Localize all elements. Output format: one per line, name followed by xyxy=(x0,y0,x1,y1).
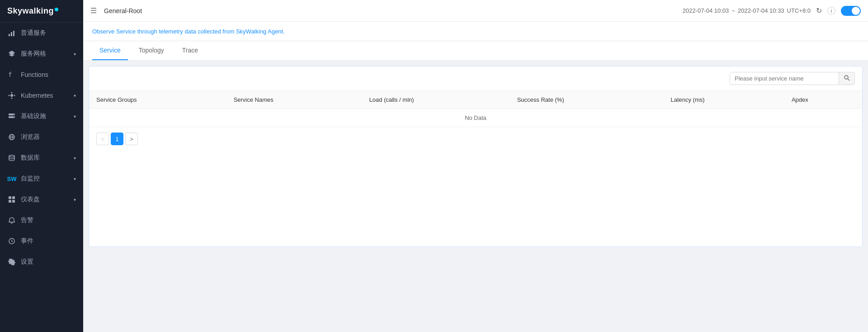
sidebar-item-dashboard[interactable]: 仪表盘 ▾ xyxy=(0,189,83,210)
sidebar-item-normal-service[interactable]: 普通服务 xyxy=(0,23,83,43)
svg-text:f: f xyxy=(8,71,12,78)
sidebar-item-browser[interactable]: 浏览器 xyxy=(0,127,83,147)
svg-point-11 xyxy=(14,114,14,115)
svg-point-7 xyxy=(9,95,10,96)
tab-service[interactable]: Service xyxy=(92,41,128,60)
col-latency: Latency (ms) xyxy=(663,91,784,109)
tab-bar: Service Topology Trace xyxy=(83,41,868,61)
logo-dot xyxy=(55,8,58,11)
database-icon xyxy=(7,153,16,162)
sidebar-item-label: 仪表盘 xyxy=(21,195,74,204)
clock-icon xyxy=(7,237,16,246)
sidebar-item-label: 告警 xyxy=(21,216,76,224)
sidebar-item-database[interactable]: 数据库 ▾ xyxy=(0,147,83,168)
tab-topology[interactable]: Topology xyxy=(132,41,171,60)
service-name-input[interactable] xyxy=(730,73,839,84)
col-success-rate: Success Rate (%) xyxy=(510,91,664,109)
timezone: UTC+8:0 xyxy=(787,7,811,14)
chevron-down-icon: ▾ xyxy=(74,176,76,181)
service-table: Service Groups Service Names Load (calls… xyxy=(89,91,862,127)
header: ☰ General-Root 2022-07-04 10:03 ~ 2022-0… xyxy=(83,0,868,22)
search-wrapper xyxy=(730,72,855,85)
svg-rect-17 xyxy=(9,196,11,199)
sidebar-item-label: 事件 xyxy=(21,237,76,245)
sidebar-item-label: 基础设施 xyxy=(21,112,74,120)
sidebar-item-label: Kubernetes xyxy=(21,92,74,99)
pagination-prev[interactable]: < xyxy=(96,133,109,145)
tab-trace[interactable]: Trace xyxy=(175,41,205,60)
bell-icon xyxy=(7,216,16,225)
toggle-switch[interactable] xyxy=(841,6,861,16)
function-icon: f xyxy=(7,70,16,79)
svg-rect-0 xyxy=(9,34,10,36)
no-data-text: No Data xyxy=(89,109,862,127)
chevron-down-icon: ▾ xyxy=(74,197,76,202)
svg-point-12 xyxy=(14,117,14,118)
header-left: ☰ General-Root xyxy=(90,6,142,15)
sw-icon: SW xyxy=(7,174,16,183)
logo: Skywalking xyxy=(0,0,83,23)
service-panel: Service Groups Service Names Load (calls… xyxy=(89,66,863,247)
svg-point-5 xyxy=(11,92,13,94)
svg-rect-19 xyxy=(9,200,11,203)
page-description: Observe Service through telemetry data c… xyxy=(83,22,868,41)
chevron-down-icon: ▾ xyxy=(74,156,76,161)
pagination-page-1[interactable]: 1 xyxy=(111,133,123,145)
svg-point-4 xyxy=(10,94,13,97)
panel-toolbar xyxy=(89,66,862,91)
search-button[interactable] xyxy=(839,72,854,85)
sidebar-item-functions[interactable]: f Functions xyxy=(0,64,83,85)
k8s-icon xyxy=(7,91,16,100)
time-start: 2022-07-04 10:03 xyxy=(683,7,729,14)
chevron-down-icon: ▾ xyxy=(74,114,76,119)
svg-line-23 xyxy=(848,79,850,81)
info-icon[interactable]: i xyxy=(827,7,835,15)
svg-point-6 xyxy=(11,98,13,99)
pagination: < 1 > xyxy=(89,127,862,151)
sidebar-item-label: 普通服务 xyxy=(21,29,76,37)
globe-icon xyxy=(7,133,16,142)
col-load: Load (calls / min) xyxy=(362,91,510,109)
col-service-names: Service Names xyxy=(226,91,362,109)
breadcrumb: General-Root xyxy=(104,7,142,14)
svg-point-16 xyxy=(9,155,14,157)
sidebar-item-label: Functions xyxy=(21,71,76,78)
header-right: 2022-07-04 10:03 ~ 2022-07-04 10:33 UTC+… xyxy=(683,6,861,16)
sidebar-item-self-monitor[interactable]: SW 自监控 ▾ xyxy=(0,168,83,189)
time-range[interactable]: 2022-07-04 10:03 ~ 2022-07-04 10:33 UTC+… xyxy=(683,7,811,14)
toggle-knob xyxy=(852,7,860,15)
sidebar-item-event[interactable]: 事件 xyxy=(0,231,83,251)
gear-icon xyxy=(7,257,16,266)
sidebar-item-label: 数据库 xyxy=(21,154,74,162)
sidebar: Skywalking 普通服务 服务网格 ▾ f Functions Kuber… xyxy=(0,0,83,332)
sidebar-item-label: 自监控 xyxy=(21,175,74,183)
sidebar-item-infrastructure[interactable]: 基础设施 ▾ xyxy=(0,106,83,127)
pagination-next[interactable]: > xyxy=(125,133,138,145)
time-separator: ~ xyxy=(731,7,735,14)
server-icon xyxy=(7,112,16,121)
sidebar-item-kubernetes[interactable]: Kubernetes ▾ xyxy=(0,85,83,106)
sidebar-item-label: 浏览器 xyxy=(21,133,76,141)
svg-rect-20 xyxy=(12,200,15,203)
refresh-icon[interactable]: ↻ xyxy=(816,6,822,15)
logo-text: Skywalking xyxy=(7,6,54,16)
svg-rect-1 xyxy=(11,32,12,36)
main-area: ☰ General-Root 2022-07-04 10:03 ~ 2022-0… xyxy=(83,0,868,332)
svg-rect-2 xyxy=(13,31,14,36)
svg-rect-18 xyxy=(12,196,15,199)
sidebar-item-service-mesh[interactable]: 服务网格 ▾ xyxy=(0,43,83,64)
sidebar-item-settings[interactable]: 设置 xyxy=(0,251,83,272)
svg-point-8 xyxy=(14,95,15,96)
layers-icon xyxy=(7,49,16,58)
chevron-down-icon: ▾ xyxy=(74,93,76,98)
sidebar-item-label: 服务网格 xyxy=(21,50,74,58)
menu-icon[interactable]: ☰ xyxy=(90,6,97,15)
description-link[interactable]: Observe Service through telemetry data c… xyxy=(92,28,285,35)
col-apdex: Apdex xyxy=(784,91,862,109)
sidebar-item-alert[interactable]: 告警 xyxy=(0,210,83,231)
svg-point-22 xyxy=(844,76,848,79)
col-service-groups: Service Groups xyxy=(89,91,226,109)
time-end: 2022-07-04 10:33 xyxy=(738,7,784,14)
chevron-down-icon: ▾ xyxy=(74,52,76,57)
chart-bar-icon xyxy=(7,28,16,38)
